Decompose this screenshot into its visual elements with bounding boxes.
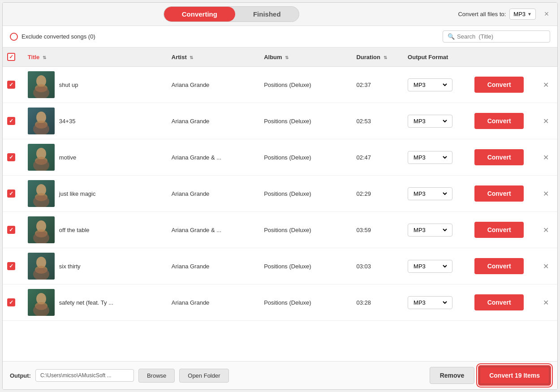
row-title-cell: six thirty <box>23 248 167 284</box>
output-path: C:\Users\micso\AMusicSoft ... <box>35 369 134 382</box>
format-select-input-3[interactable]: MP3 AAC FLAC WAV OGG <box>412 154 448 161</box>
row-artist-cell: Ariana Grande <box>167 103 259 139</box>
row-check-cell: ✓ <box>3 176 23 212</box>
format-select-top[interactable]: MP3 ▼ <box>509 9 536 20</box>
row-checkbox-3[interactable]: ✓ <box>7 153 15 161</box>
row-artist-cell: Ariana Grande <box>167 248 259 284</box>
album-art-thumbnail <box>28 108 55 134</box>
header-check-col: ✓ <box>3 47 23 67</box>
row-check-cell: ✓ <box>3 248 23 284</box>
row-duration-cell: 03:03 <box>352 248 403 284</box>
remove-row-button-4[interactable]: ✕ <box>541 188 551 200</box>
check-mark-icon: ✓ <box>9 299 13 306</box>
song-title-text: safety net (feat. Ty ... <box>59 299 113 306</box>
format-select-6[interactable]: MP3 AAC FLAC WAV OGG <box>408 260 452 273</box>
format-select-7[interactable]: MP3 AAC FLAC WAV OGG <box>408 296 452 309</box>
tab-group: Converting Finished <box>164 6 299 22</box>
convert-button-2[interactable]: Convert <box>474 113 524 129</box>
row-artist-cell: Ariana Grande <box>167 284 259 321</box>
format-select-2[interactable]: MP3 AAC FLAC WAV OGG <box>408 115 452 128</box>
search-icon: 🔍 <box>448 33 455 40</box>
row-duration-cell: 02:47 <box>352 139 403 176</box>
table-row: ✓ <box>3 176 557 212</box>
exclude-circle-icon[interactable] <box>10 33 18 41</box>
format-select-4[interactable]: MP3 AAC FLAC WAV OGG <box>408 187 452 200</box>
row-check-cell: ✓ <box>3 212 23 248</box>
convert-button-6[interactable]: Convert <box>474 258 524 274</box>
row-checkbox-2[interactable]: ✓ <box>7 117 15 125</box>
row-format-cell: MP3 AAC FLAC WAV OGG <box>403 67 470 103</box>
row-check-cell: ✓ <box>3 284 23 321</box>
row-convert-cell: Convert <box>470 248 537 284</box>
convert-button-1[interactable]: Convert <box>474 77 524 93</box>
check-mark-icon: ✓ <box>9 263 13 269</box>
album-art-thumbnail <box>28 71 55 98</box>
sort-icon: ⇅ <box>43 55 46 60</box>
convert-button-4[interactable]: Convert <box>474 185 524 202</box>
album-art-thumbnail <box>28 216 55 243</box>
convert-button-5[interactable]: Convert <box>474 222 524 238</box>
search-input[interactable] <box>457 33 545 40</box>
row-album-cell: Positions (Deluxe) <box>259 103 352 139</box>
top-bar: Converting Finished Convert all files to… <box>3 3 557 26</box>
open-folder-button[interactable]: Open Folder <box>179 369 228 383</box>
header-duration[interactable]: Duration ⇅ <box>352 47 403 67</box>
format-select-3[interactable]: MP3 AAC FLAC WAV OGG <box>408 151 452 164</box>
close-button[interactable]: × <box>541 9 552 20</box>
row-checkbox-5[interactable]: ✓ <box>7 226 15 234</box>
format-select-input-2[interactable]: MP3 AAC FLAC WAV OGG <box>412 117 448 125</box>
album-art-thumbnail <box>28 253 55 280</box>
exclude-label: Exclude converted songs (0) <box>22 33 95 40</box>
remove-row-button-3[interactable]: ✕ <box>541 151 551 164</box>
row-album-cell: Positions (Deluxe) <box>259 67 352 103</box>
check-mark-icon: ✓ <box>9 118 13 124</box>
row-format-cell: MP3 AAC FLAC WAV OGG <box>403 176 470 212</box>
remove-row-button-6[interactable]: ✕ <box>541 260 551 272</box>
check-mark-icon: ✓ <box>9 154 13 160</box>
bottom-bar: Output: C:\Users\micso\AMusicSoft ... Br… <box>3 361 557 389</box>
format-select-input-5[interactable]: MP3 AAC FLAC WAV OGG <box>412 226 448 234</box>
remove-row-button-7[interactable]: ✕ <box>541 297 551 309</box>
remove-row-button-1[interactable]: ✕ <box>541 79 551 91</box>
header-album[interactable]: Album ⇅ <box>259 47 352 67</box>
table-row: ✓ <box>3 212 557 248</box>
row-format-cell: MP3 AAC FLAC WAV OGG <box>403 212 470 248</box>
format-select-input-6[interactable]: MP3 AAC FLAC WAV OGG <box>412 263 448 270</box>
select-all-checkbox[interactable]: ✓ <box>7 53 15 61</box>
tab-finished[interactable]: Finished <box>235 7 299 22</box>
tab-converting[interactable]: Converting <box>164 7 235 22</box>
format-select-5[interactable]: MP3 AAC FLAC WAV OGG <box>408 224 452 237</box>
row-checkbox-4[interactable]: ✓ <box>7 190 15 198</box>
format-select-input-4[interactable]: MP3 AAC FLAC WAV OGG <box>412 190 448 198</box>
remove-button[interactable]: Remove <box>430 367 474 384</box>
format-select-input-7[interactable]: MP3 AAC FLAC WAV OGG <box>412 299 448 306</box>
sort-icon: ⇅ <box>285 55 289 60</box>
convert-button-7[interactable]: Convert <box>474 294 524 310</box>
convert-all-label: Convert all files to: <box>458 11 506 17</box>
row-format-cell: MP3 AAC FLAC WAV OGG <box>403 139 470 176</box>
row-title-cell: 34+35 <box>23 103 167 139</box>
format-select-1[interactable]: MP3 AAC FLAC WAV OGG <box>408 78 452 91</box>
remove-row-button-5[interactable]: ✕ <box>541 224 551 236</box>
row-convert-cell: Convert <box>470 212 537 248</box>
remove-row-button-2[interactable]: ✕ <box>541 115 551 127</box>
row-title-cell: safety net (feat. Ty ... <box>23 284 167 321</box>
row-check-cell: ✓ <box>3 139 23 176</box>
output-label: Output: <box>10 372 31 379</box>
row-checkbox-1[interactable]: ✓ <box>7 81 15 89</box>
row-checkbox-7[interactable]: ✓ <box>7 298 15 306</box>
row-album-cell: Positions (Deluxe) <box>259 176 352 212</box>
row-duration-cell: 02:37 <box>352 67 403 103</box>
row-title-cell: just like magic <box>23 176 167 212</box>
song-title-text: six thirty <box>59 263 81 270</box>
song-title-text: motive <box>59 154 76 161</box>
format-select-input-1[interactable]: MP3 AAC FLAC WAV OGG <box>412 81 448 89</box>
header-title[interactable]: Title ⇅ <box>23 47 167 67</box>
convert-button-3[interactable]: Convert <box>474 149 524 165</box>
row-duration-cell: 03:28 <box>352 284 403 321</box>
convert-all-button[interactable]: Convert 19 Items <box>479 366 550 385</box>
row-remove-cell: ✕ <box>537 176 557 212</box>
browse-button[interactable]: Browse <box>138 369 175 383</box>
header-artist[interactable]: Artist ⇅ <box>167 47 259 67</box>
row-checkbox-6[interactable]: ✓ <box>7 262 15 270</box>
